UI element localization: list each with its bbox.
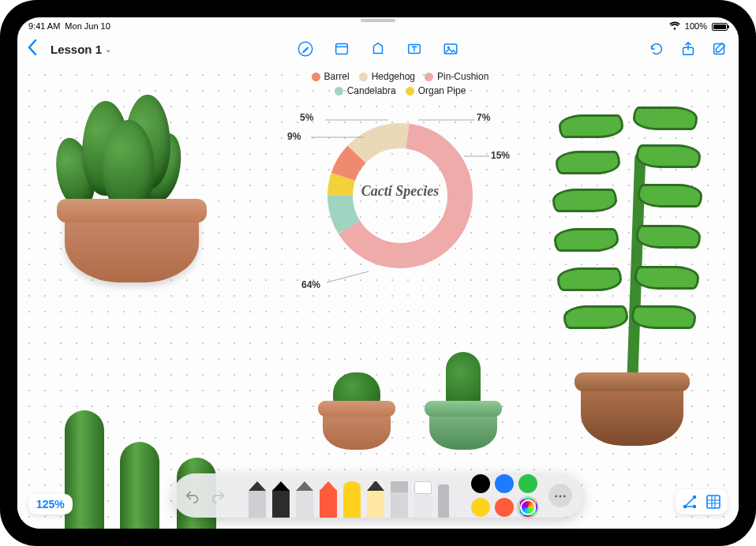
- multitask-indicator[interactable]: [361, 19, 395, 22]
- connections-icon[interactable]: [680, 492, 699, 511]
- textbox-icon[interactable]: [405, 39, 424, 58]
- back-icon[interactable]: [27, 39, 38, 59]
- drawn-succulent[interactable]: [557, 107, 699, 446]
- legend-item: Candelabra: [335, 85, 396, 96]
- battery-icon: [712, 21, 728, 31]
- legend-item: Pin-Cushion: [425, 71, 488, 82]
- grid-icon[interactable]: [704, 492, 723, 511]
- app-toolbar: Lesson 1 ⌄: [17, 35, 739, 63]
- legend-item: Organ Pipe: [406, 85, 466, 96]
- chart-legend: Barrel Hedgehog Pin-Cushion Candelabra O…: [278, 71, 522, 96]
- color-green[interactable]: [518, 474, 537, 493]
- status-time: 9:41 AM: [28, 21, 60, 31]
- data-label: 64%: [301, 279, 320, 290]
- legend-item: Barrel: [312, 71, 350, 82]
- markup-toolbar: ⋯: [173, 473, 583, 518]
- data-label: 9%: [287, 131, 301, 142]
- view-options: [676, 489, 728, 514]
- tool-brush[interactable]: [343, 481, 361, 518]
- data-label: 15%: [491, 150, 510, 161]
- cactus-photo-barrel[interactable]: [49, 87, 223, 292]
- drawn-cactus-2[interactable]: [120, 442, 159, 529]
- shape-icon[interactable]: [369, 39, 387, 58]
- tool-crayon[interactable]: [320, 481, 337, 518]
- share-icon[interactable]: [679, 39, 698, 58]
- status-date: Mon Jun 10: [65, 21, 110, 31]
- undo-icon[interactable]: [184, 487, 201, 504]
- color-palette: [471, 474, 537, 517]
- cactus-photo-small-1[interactable]: [313, 331, 400, 450]
- title-chevron-down-icon: ⌄: [105, 45, 111, 54]
- battery-pct: 100%: [685, 21, 707, 31]
- sticky-note-icon[interactable]: [332, 39, 351, 58]
- tool-eraser[interactable]: [414, 481, 432, 518]
- tool-highlighter[interactable]: [391, 481, 408, 518]
- chart-title: Cacti Species: [278, 183, 522, 200]
- zoom-level[interactable]: 125%: [28, 494, 73, 514]
- wifi-icon: [669, 21, 680, 32]
- tool-text-pen[interactable]: [249, 481, 266, 518]
- color-multicolor[interactable]: [518, 498, 537, 517]
- data-label: 7%: [477, 112, 490, 123]
- color-yellow[interactable]: [471, 498, 490, 517]
- svg-rect-20: [707, 496, 720, 508]
- cactus-photo-small-2[interactable]: [420, 327, 507, 450]
- more-icon[interactable]: ⋯: [548, 484, 572, 507]
- legend-item: Hedgehog: [359, 71, 415, 82]
- data-label: 5%: [300, 112, 313, 123]
- compose-icon[interactable]: [710, 39, 729, 58]
- color-black[interactable]: [471, 474, 490, 493]
- draw-tool-icon[interactable]: [296, 39, 315, 58]
- color-blue[interactable]: [495, 474, 514, 493]
- document-title-text: Lesson 1: [51, 43, 102, 56]
- chart-block[interactable]: Barrel Hedgehog Pin-Cushion Candelabra O…: [278, 71, 522, 306]
- document-title[interactable]: Lesson 1 ⌄: [51, 43, 111, 56]
- tool-pencil[interactable]: [296, 481, 313, 518]
- redo-icon[interactable]: [209, 487, 226, 504]
- svg-point-19: [693, 505, 696, 508]
- svg-rect-1: [336, 44, 348, 54]
- media-icon[interactable]: [441, 39, 460, 58]
- tool-ruler[interactable]: [438, 481, 449, 518]
- freeform-canvas[interactable]: Barrel Hedgehog Pin-Cushion Candelabra O…: [17, 63, 739, 529]
- undo-history-icon[interactable]: [647, 39, 666, 58]
- tool-fine-marker[interactable]: [367, 481, 384, 518]
- svg-line-16: [327, 271, 369, 282]
- tool-pen[interactable]: [272, 481, 290, 518]
- color-red[interactable]: [495, 498, 514, 517]
